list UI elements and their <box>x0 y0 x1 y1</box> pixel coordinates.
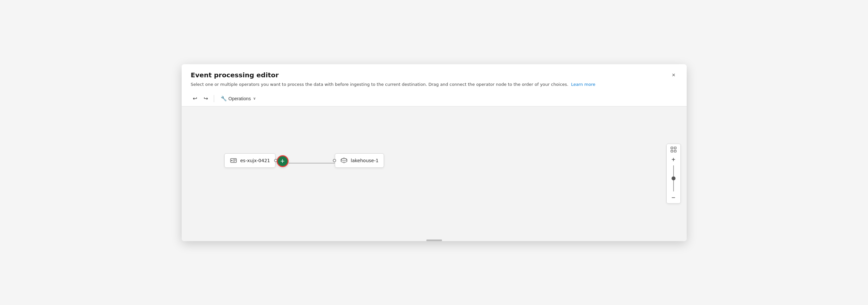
svg-rect-10 <box>671 150 673 152</box>
dialog-title: Event processing editor <box>191 71 279 79</box>
dest-left-connector <box>333 159 336 162</box>
operations-button[interactable]: 🔧 Operations ∨ <box>218 94 258 103</box>
add-button-wrapper: + <box>277 155 288 167</box>
bottom-bar <box>182 238 687 241</box>
dest-node-label: lakehouse-1 <box>351 158 379 163</box>
canvas-svg <box>182 106 687 241</box>
canvas-area: es-xujx-0421 + lakehouse-1 <box>182 106 687 241</box>
svg-rect-11 <box>674 150 676 152</box>
scroll-pill <box>426 239 442 241</box>
operations-label: Operations <box>228 96 251 101</box>
zoom-fit-icon <box>671 147 677 154</box>
zoom-controls: + − <box>666 144 681 204</box>
dest-node-icon <box>340 157 348 164</box>
dialog-title-row: Event processing editor × <box>191 71 678 79</box>
event-processing-dialog: Event processing editor × Select one or … <box>182 64 687 241</box>
source-node[interactable]: es-xujx-0421 <box>224 153 276 168</box>
dialog-header: Event processing editor × Select one or … <box>182 64 687 88</box>
source-node-icon <box>230 157 237 164</box>
svg-rect-9 <box>674 147 676 149</box>
close-button[interactable]: × <box>670 71 678 79</box>
svg-rect-8 <box>671 147 673 149</box>
zoom-in-button[interactable]: + <box>669 155 678 164</box>
dest-node[interactable]: lakehouse-1 <box>335 153 384 168</box>
toolbar: ↩ ↪ 🔧 Operations ∨ <box>182 91 687 106</box>
redo-button[interactable]: ↪ <box>202 94 210 103</box>
undo-icon: ↩ <box>193 95 197 102</box>
learn-more-link[interactable]: Learn more <box>571 82 595 87</box>
zoom-slider-thumb <box>672 177 676 180</box>
svg-point-3 <box>231 160 232 161</box>
operations-icon: 🔧 <box>221 96 227 102</box>
add-operation-button[interactable]: + <box>277 155 288 167</box>
dialog-subtitle: Select one or multiple operators you wan… <box>191 81 678 88</box>
redo-icon: ↪ <box>204 95 208 102</box>
undo-button[interactable]: ↩ <box>191 94 199 103</box>
zoom-out-button[interactable]: − <box>669 193 678 202</box>
chevron-down-icon: ∨ <box>253 96 256 101</box>
source-node-label: es-xujx-0421 <box>240 158 270 163</box>
zoom-slider-track <box>673 165 674 192</box>
zoom-fit-button[interactable] <box>668 145 679 155</box>
